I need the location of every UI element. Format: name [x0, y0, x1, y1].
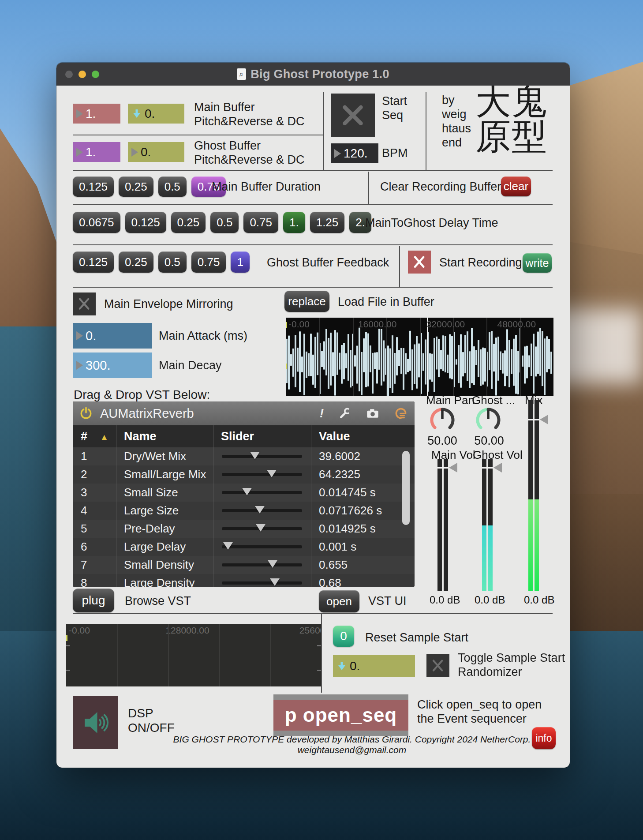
waveform-tick: 32000.00: [426, 319, 465, 330]
window-titlebar[interactable]: ♬ Big Ghost Prototype 1.0: [56, 63, 570, 86]
ghost-vol-slider[interactable]: [482, 459, 502, 591]
delay-option-0.75[interactable]: 0.75: [243, 212, 278, 233]
main-pan-value: 50.00: [426, 434, 459, 448]
delay-option-0.5[interactable]: 0.5: [210, 212, 239, 233]
main-pitch-numbox[interactable]: 1.: [73, 104, 120, 124]
ghost-buffer-label: Ghost Buffer Pitch&Reverse & DC: [194, 139, 313, 167]
feedback-option-1[interactable]: 1: [231, 251, 249, 273]
wrench-icon[interactable]: [339, 407, 351, 420]
ghost-pitch-numbox[interactable]: 1.: [73, 142, 120, 162]
main-dc-numbox[interactable]: 0.: [128, 104, 184, 124]
param-slider-track[interactable]: [222, 545, 302, 548]
vst-row-Dry/Wet Mix[interactable]: 1Dry/Wet Mix39.6002: [73, 447, 415, 466]
slider-handle-icon[interactable]: [449, 463, 457, 472]
vst-row-Pre-Delay[interactable]: 5Pre-Delay0.014925 s: [73, 520, 415, 538]
divider: [73, 244, 553, 245]
main-vol-slider[interactable]: [437, 459, 458, 591]
slider-handle-icon[interactable]: [493, 463, 502, 472]
start-recording-label: Start Recording: [439, 256, 522, 270]
start-recording-toggle[interactable]: [408, 251, 431, 274]
open-button[interactable]: open: [319, 590, 359, 612]
numbox-triangle-icon: [131, 148, 138, 157]
feedback-option-0.25[interactable]: 0.25: [119, 251, 153, 273]
tick-mark: [66, 645, 70, 646]
seq-help-label: Click open_seq to open the Event sequenc…: [417, 698, 545, 726]
param-slider-track[interactable]: [222, 581, 302, 585]
waveform-display-main[interactable]: -0.00 16000.00 32000.00 48000.00: [286, 318, 553, 396]
vst-row-Large Size[interactable]: 4Large Size0.0717626 s: [73, 502, 415, 520]
param-slider-thumb[interactable]: [250, 452, 260, 459]
app-window: 1. 0. Main Buffer Pitch&Reverse & DC 1. …: [56, 63, 570, 768]
param-slider-thumb[interactable]: [268, 560, 277, 568]
envelope-mirror-toggle[interactable]: [73, 292, 96, 315]
duration-option-0.125[interactable]: 0.125: [73, 176, 114, 197]
vst-row-Small/Large Mix[interactable]: 2Small/Large Mix64.2325: [73, 465, 415, 484]
x-icon: [77, 296, 91, 311]
delay-option-1.[interactable]: 1.: [283, 212, 305, 233]
randomizer-toggle[interactable]: [426, 654, 449, 677]
sort-arrow-icon[interactable]: ▲: [100, 432, 108, 442]
clear-button[interactable]: clear: [501, 176, 531, 196]
main-pan-knob[interactable]: [428, 405, 456, 433]
kanji-art: 大鬼 原型: [475, 84, 548, 154]
param-slider-thumb[interactable]: [255, 506, 265, 514]
ghost-dc-numbox[interactable]: 0.: [128, 142, 184, 162]
start-seq-toggle[interactable]: [331, 94, 375, 137]
feedback-option-0.75[interactable]: 0.75: [191, 251, 226, 273]
waveform-tick: 256000.0: [299, 625, 321, 636]
param-slider-thumb[interactable]: [223, 542, 233, 550]
dsp-toggle-button[interactable]: [73, 696, 118, 749]
x-icon: [430, 658, 445, 673]
feedback-option-0.125[interactable]: 0.125: [73, 251, 114, 273]
duration-group: 0.1250.250.50.75: [73, 176, 226, 197]
ghost-pan-knob[interactable]: [474, 405, 502, 433]
down-arrow-icon: [131, 109, 142, 119]
delay-option-0.125[interactable]: 0.125: [125, 212, 166, 233]
open-seq-button[interactable]: p open_seq: [273, 694, 408, 736]
numbox-triangle-icon: [334, 149, 341, 158]
param-slider-thumb[interactable]: [270, 578, 280, 586]
info-button[interactable]: info: [532, 727, 556, 749]
feedback-option-0.5[interactable]: 0.5: [158, 251, 187, 273]
numbox-triangle-icon: [76, 331, 83, 340]
tick-mark: [317, 645, 321, 646]
vst-scrollbar[interactable]: [402, 451, 410, 525]
divider: [73, 135, 323, 135]
delay-option-0.25[interactable]: 0.25: [171, 212, 206, 233]
vst-row-Small Density[interactable]: 7Small Density0.655: [73, 556, 415, 574]
plug-button[interactable]: plug: [73, 589, 114, 612]
divider: [73, 287, 553, 288]
attack-numbox[interactable]: 0.: [73, 323, 152, 349]
reset-sample-button[interactable]: 0: [333, 626, 354, 647]
automation-icon[interactable]: !: [320, 406, 324, 420]
param-slider-track[interactable]: [222, 563, 302, 566]
credits-text: BIG GHOST PROTOTYPE developed by Matthia…: [167, 734, 537, 755]
slider-handle-icon[interactable]: [540, 415, 548, 424]
param-slider-track[interactable]: [222, 473, 302, 476]
ghost-pan-value: 50.00: [473, 434, 505, 448]
delay-option-1.25[interactable]: 1.25: [310, 212, 345, 233]
param-slider-thumb[interactable]: [267, 470, 277, 477]
divider: [426, 92, 426, 170]
decay-numbox[interactable]: 300.: [73, 352, 152, 378]
power-icon[interactable]: [79, 406, 93, 420]
vst-row-Large Delay[interactable]: 6Large Delay0.001 s: [73, 538, 415, 556]
write-button[interactable]: write: [523, 253, 552, 273]
mix-slider[interactable]: [528, 400, 549, 591]
duration-label: Main Buffer Duration: [212, 180, 321, 194]
delay-option-0.0675[interactable]: 0.0675: [73, 212, 120, 233]
main-buffer-label: Main Buffer Pitch&Reverse & DC: [194, 101, 313, 129]
param-slider-thumb[interactable]: [242, 488, 252, 495]
vst-row-Small Size[interactable]: 3Small Size0.014745 s: [73, 484, 415, 502]
duration-option-0.5[interactable]: 0.5: [158, 176, 187, 197]
bpm-numbox[interactable]: 120.: [331, 143, 378, 163]
vst-row-Large Density[interactable]: 8Large Density0.68: [73, 574, 415, 587]
param-slider-track[interactable]: [222, 455, 302, 458]
sample-start-numbox[interactable]: 0.: [333, 655, 415, 677]
replace-button[interactable]: replace: [284, 291, 329, 312]
duration-option-0.25[interactable]: 0.25: [119, 176, 153, 197]
waveform-display-bottom[interactable]: -0.00 128000.00 256000.0: [66, 624, 321, 686]
camera-icon[interactable]: [366, 407, 379, 420]
param-slider-track[interactable]: [222, 491, 302, 494]
param-slider-thumb[interactable]: [256, 524, 265, 532]
